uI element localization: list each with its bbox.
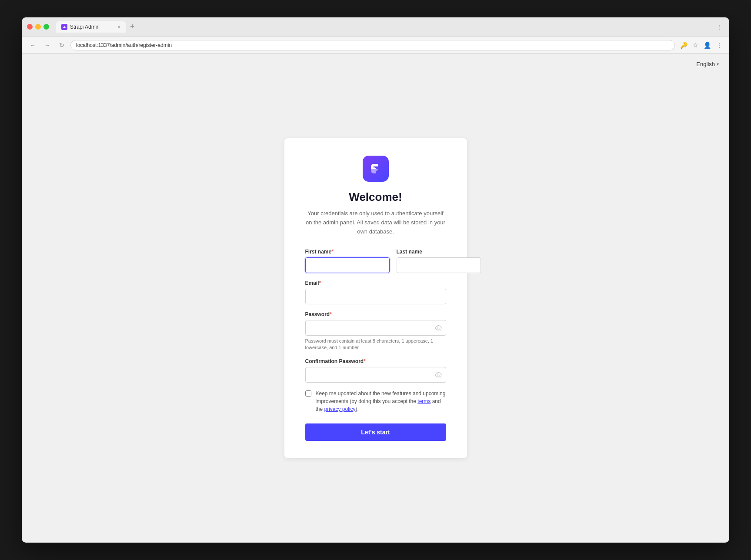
first-name-group: First name* [305,249,390,273]
password-wrapper [305,320,446,336]
newsletter-label: Keep me updated about the new features a… [316,390,446,413]
last-name-label: Last name [397,249,481,255]
maximize-traffic-light[interactable] [43,24,49,30]
last-name-group: Last name [397,249,481,273]
confirm-password-label: Confirmation Password* [305,358,446,364]
name-row: First name* Last name [305,249,446,273]
browser-menu-icon[interactable]: ⋮ [714,22,724,32]
confirm-password-input[interactable] [305,367,446,383]
forward-button[interactable]: → [42,40,53,50]
language-label: English [696,61,715,67]
terms-link[interactable]: terms [417,398,431,404]
bookmark-icon[interactable]: ☆ [691,40,700,50]
address-text: localhost:1337/admin/auth/register-admin [76,42,172,48]
strapi-logo [363,156,389,182]
last-name-input[interactable] [397,257,481,273]
password-label: Password* [305,311,446,317]
eye-off-icon [435,324,442,331]
newsletter-checkbox[interactable] [305,390,311,397]
toolbar-icons: 🔑 ☆ 👤 ⋮ [678,40,724,50]
privacy-policy-link[interactable]: privacy policy [324,406,356,412]
toggle-password-button[interactable] [435,324,442,331]
language-selector[interactable]: English ▾ [696,61,719,67]
tab-bar: Strapi Admin × + [56,21,711,33]
eye-off-icon-confirm [435,371,442,378]
tab-close-button[interactable]: × [117,24,120,30]
welcome-subtitle: Your credentials are only used to authen… [305,209,446,236]
password-input[interactable] [305,320,446,336]
traffic-lights [27,24,49,30]
toggle-confirm-password-button[interactable] [435,371,442,378]
confirm-password-wrapper [305,367,446,383]
address-bar[interactable]: localhost:1337/admin/auth/register-admin [70,40,675,50]
password-required-indicator: * [330,311,332,317]
first-name-input[interactable] [305,257,390,273]
browser-toolbar: ← → ↻ localhost:1337/admin/auth/register… [22,37,729,54]
logo-wrapper [305,156,446,182]
email-group: Email* [305,280,446,304]
registration-form-card: Welcome! Your credentials are only used … [284,138,467,458]
minimize-traffic-light[interactable] [35,24,41,30]
form-container: Welcome! Your credentials are only used … [22,54,729,543]
first-name-label: First name* [305,249,390,255]
key-icon: 🔑 [678,40,689,50]
browser-tab[interactable]: Strapi Admin × [56,21,126,33]
refresh-button[interactable]: ↻ [57,40,67,50]
email-required-indicator: * [319,280,321,286]
tab-title: Strapi Admin [70,24,100,30]
chevron-down-icon: ▾ [717,62,719,67]
required-indicator: * [331,249,334,255]
new-tab-button[interactable]: + [127,22,137,31]
password-group: Password* Password m [305,311,446,351]
welcome-title: Welcome! [305,190,446,204]
back-button[interactable]: ← [27,40,38,50]
confirm-required-indicator: * [364,358,366,364]
newsletter-checkbox-row: Keep me updated about the new features a… [305,390,446,413]
browser-titlebar: Strapi Admin × + ⋮ [22,17,729,37]
page-content: English ▾ Welcome! Your crede [22,54,729,543]
profile-icon[interactable]: 👤 [702,40,713,50]
close-traffic-light[interactable] [27,24,33,30]
tab-favicon [61,24,67,30]
confirm-password-group: Confirmation Password* [305,358,446,383]
email-label: Email* [305,280,446,286]
password-hint: Password must contain at least 8 charact… [305,338,446,351]
browser-window: Strapi Admin × + ⋮ ← → ↻ localhost:1337/… [22,17,729,543]
more-icon[interactable]: ⋮ [714,40,724,50]
submit-button[interactable]: Let's start [305,423,446,441]
email-input[interactable] [305,289,446,304]
